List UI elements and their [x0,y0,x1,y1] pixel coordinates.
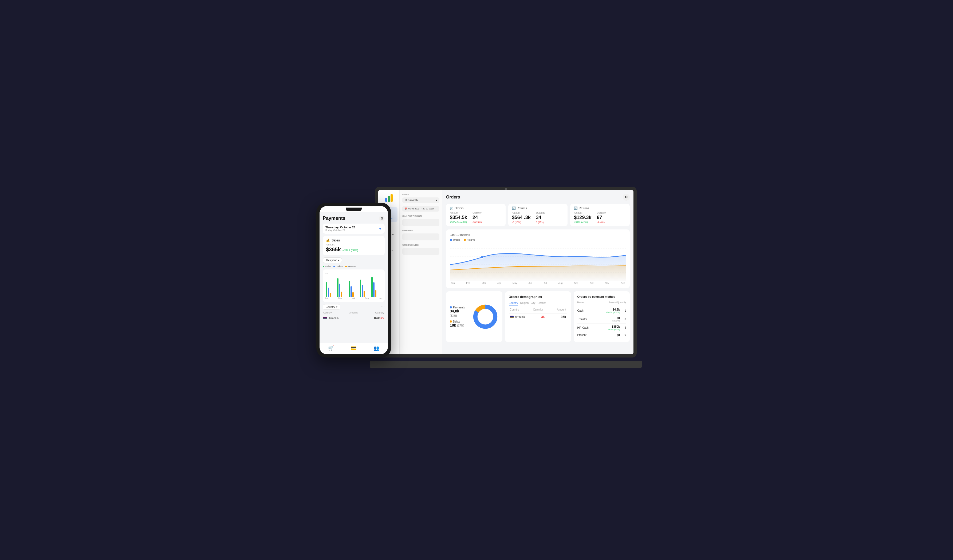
phone-sales-card: 💰 Sales Amount: $365k +$39K (60%) [323,236,385,255]
tab-region[interactable]: Region [520,301,529,305]
donut-card: Payments 34,8k (83%) [446,291,502,342]
phone-orders-dot [334,266,335,267]
orders-legend-dot [450,239,452,241]
laptop-notch [505,188,507,190]
payment-methods-title: Orders by payment method [577,295,626,298]
svg-point-7 [481,256,483,258]
bar-group-jul [349,281,359,297]
phone-sales-title: Sales [332,238,340,242]
payment-row-cash: Cash $4.5k +$4.5k (100%) 1 [577,306,626,315]
laptop-screen: 🛒 Orders 💳 Payments 👤 Custom DATE [378,190,633,354]
phone-returns-dot [345,266,347,267]
bottom-section: Payments 34,8k (83%) [446,291,630,342]
settings-button[interactable]: ⚙ [623,194,630,201]
filter-panel: DATE This month ▾ 📅 01-02-2022 → 28-02-2… [400,190,442,354]
payment-row-transfer: Transfer $0 $0 (0%) 0 [577,315,626,323]
phone-date-main: Thursday, October 26 [325,226,355,229]
groups-label: GROUPS [402,229,439,232]
laptop: 🛒 Orders 💳 Payments 👤 Custom DATE [375,187,637,368]
payments-dot [450,306,452,308]
phone-nav-users[interactable]: 👥 [374,345,379,351]
date-range-display: 📅 01-02-2022 → 28-02-2022 [402,206,439,212]
stat-card-returns1: 🔄 Returns Amount $564 .3k -5 (15%) [508,204,568,226]
phone-country-row-armenia: Armenia 467k 52k [323,315,385,321]
more-options-icon[interactable]: ··· [381,305,385,309]
phone-armenia-flag [323,317,327,319]
donut-legend: Payments 34,8k (83%) [450,306,467,327]
line-chart-svg [450,243,626,281]
phone-header: Payments ⚙ [323,215,385,221]
debts-dot [450,320,452,323]
phone-sales-header: 💰 Sales [326,238,382,242]
bar-group-may [337,278,347,297]
phone-bar-chart [325,275,383,297]
phone-nav-payments[interactable]: 💳 [351,345,357,351]
phone-body: Payments ⚙ Thursday, October 26 Friday, … [316,203,391,357]
salesperson-input[interactable] [402,219,439,226]
line-chart-section: Last 12 months Orders Returns [446,229,630,288]
stat-grid-orders: Amount $354.5k +$354.5k (45%) Quantity 2… [450,212,502,224]
phone-title: Payments [323,215,345,221]
armenia-flag [510,316,514,318]
stat-card-orders-title: 🛒 Orders [450,206,502,210]
phone-country-filter[interactable]: Country ▾ [323,304,340,310]
phone-content: Payments ⚙ Thursday, October 26 Friday, … [320,212,388,343]
demo-tabs[interactable]: Country Region City District [509,301,567,305]
amount-label: Amount [450,212,467,214]
svg-point-11 [479,310,492,323]
phone-sales-dot [323,266,324,267]
phone-nav-cart[interactable]: 🛒 [328,345,334,351]
stat-card-returns1-title: 🔄 Returns [512,206,564,210]
debts-legend-item: Debts 18k (17%) [450,320,467,327]
donut-chart [472,303,498,330]
phone-year-filter[interactable]: This year ▾ [323,257,342,263]
phone-sales-change: +$39K (60%) [343,249,358,252]
armenia-amt: 36k [560,315,566,319]
stat-card-returns2: 🔄 Returns Amount $129.3k +$42k (42%) [570,204,630,226]
phone-nav: 🛒 💳 👥 [320,343,388,354]
payment-row-present: Present $0 0 [577,332,626,338]
legend-orders: Orders [450,238,461,241]
phone-legend-returns: Returns [345,265,356,268]
tab-country[interactable]: Country [509,301,518,305]
demo-title: Orders demographics [509,295,567,299]
groups-input[interactable] [402,234,439,240]
phone-settings-button[interactable]: ⚙ [379,215,385,221]
phone-date-sub: Friday, October 22 [325,229,355,232]
stat-grid-returns2: Amount $129.3k +$42k (42%) Quantity 67 -… [574,212,626,224]
phone-armenia-name: Armenia [323,317,374,320]
phone-status-bar [320,206,388,212]
phone-armenia-qty: 52k [380,317,384,320]
phone-chart-legend: Sales Orders Returns [323,265,385,268]
tab-district[interactable]: District [537,301,546,305]
payment-table-header: Name Amount Quantity [577,301,626,305]
tab-city[interactable]: City [531,301,535,305]
stat-card-returns2-title: 🔄 Returns [574,206,626,210]
armenia-country: Armenia [510,316,525,318]
laptop-base [370,361,642,368]
bar-group-nov [371,277,382,297]
gear-icon: ⚙ [625,195,628,199]
svg-rect-2 [391,194,393,202]
svg-rect-0 [385,198,387,202]
main-content: Orders ⚙ 🛒 Orders [442,190,633,354]
laptop-body: 🛒 Orders 💳 Payments 👤 Custom DATE [375,187,637,357]
legend-returns: Returns [464,238,475,241]
svg-rect-1 [388,196,390,202]
page-title: Orders [446,195,460,200]
phone-amount-label: Amount: [326,243,382,246]
stat-cards: 🛒 Orders Amount $354.5k +$354.5k (45%) [446,204,630,226]
phone-gear-icon: ⚙ [380,217,383,220]
bar-jan-sales [326,282,327,297]
chart-title: Last 12 months [450,233,626,237]
orders-qty: 24 [472,215,482,220]
phone-legend-sales: Sales [323,265,331,268]
phone-date-section: Thursday, October 26 Friday, October 22 … [323,224,385,234]
date-filter-select[interactable]: This month ▾ [402,197,439,203]
phone-screen: Payments ⚙ Thursday, October 26 Friday, … [320,206,388,354]
armenia-qty: 36 [541,315,545,319]
demographics-card: Orders demographics Country Region City … [505,291,571,342]
stat-grid-returns1: Amount $564 .3k -5 (15%) Quantity 34 8 (… [512,212,564,224]
date-filter-label: DATE [402,193,439,196]
customers-input[interactable] [402,248,439,255]
